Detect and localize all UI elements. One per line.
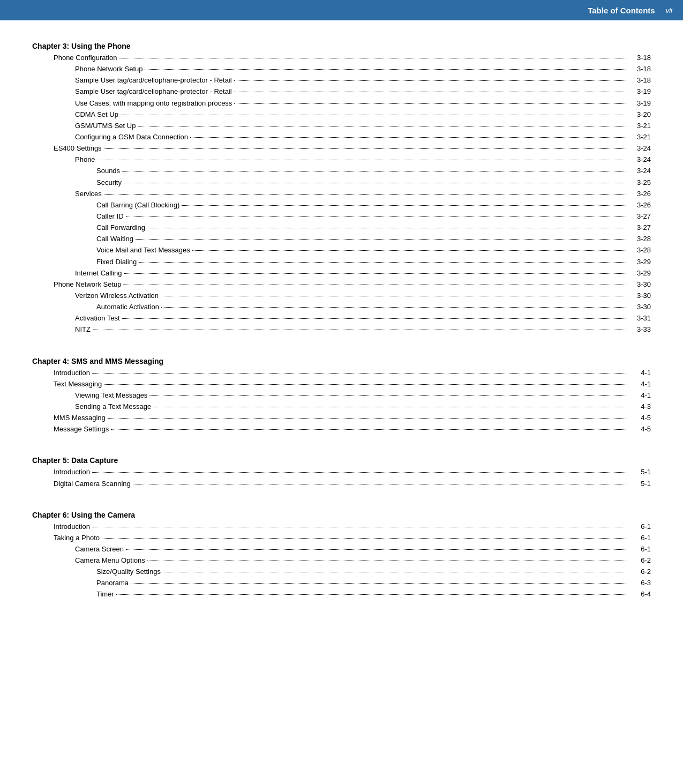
- chapter-section-3: Chapter 3: Using the PhonePhone Configur…: [32, 42, 651, 335]
- page-ref: 3-19: [629, 98, 651, 109]
- toc-entry: Sample User tag/card/cellophane-protecto…: [32, 75, 651, 86]
- page-ref: 3-33: [629, 324, 651, 335]
- page-ref: 5-1: [629, 467, 651, 477]
- page-ref: 3-30: [629, 290, 651, 301]
- entry-text: Viewing Text Messages: [75, 390, 147, 401]
- toc-entry: MMS Messaging4-5: [32, 413, 651, 423]
- toc-entry: ES400 Settings3-24: [32, 143, 651, 154]
- toc-entry: Services3-26: [32, 189, 651, 199]
- entry-dots: [131, 583, 627, 584]
- entry-text: Voice Mail and Text Messages: [96, 245, 190, 256]
- page-ref: 4-5: [629, 413, 651, 423]
- toc-entry: Taking a Photo6-1: [32, 533, 651, 543]
- page-number: vii: [666, 6, 672, 14]
- toc-content: Chapter 3: Using the PhonePhone Configur…: [0, 20, 683, 643]
- entry-dots: [111, 429, 627, 430]
- entry-dots: [190, 137, 627, 138]
- page-ref: 3-18: [629, 64, 651, 74]
- entry-dots: [108, 418, 627, 419]
- chapter-section-6: Chapter 6: Using the CameraIntroduction6…: [32, 511, 651, 600]
- page-ref: 3-21: [629, 132, 651, 143]
- toc-entry: Panorama6-3: [32, 578, 651, 588]
- toc-entry: Introduction6-1: [32, 521, 651, 532]
- entry-text: Internet Calling: [75, 268, 122, 279]
- page-ref: 3-28: [629, 234, 651, 244]
- toc-entry: Voice Mail and Text Messages3-28: [32, 245, 651, 256]
- toc-entry: Phone Configuration3-18: [32, 53, 651, 63]
- entry-dots: [161, 307, 627, 308]
- page-ref: 3-24: [629, 143, 651, 154]
- toc-entry: Use Cases, with mapping onto registratio…: [32, 98, 651, 109]
- entry-dots: [234, 80, 627, 81]
- toc-entry: Introduction4-1: [32, 368, 651, 378]
- toc-entry: Activation Test3-31: [32, 313, 651, 324]
- entry-dots: [147, 561, 627, 561]
- entry-text: Use Cases, with mapping onto registratio…: [75, 98, 232, 109]
- page-ref: 4-1: [629, 368, 651, 378]
- page-ref: 3-29: [629, 268, 651, 279]
- entry-dots: [104, 148, 627, 149]
- page-ref: 4-5: [629, 424, 651, 435]
- entry-text: Digital Camera Scanning: [54, 479, 131, 489]
- page-ref: 3-26: [629, 189, 651, 199]
- toc-title: Table of Contents: [588, 6, 655, 15]
- entry-text: Sounds: [96, 166, 120, 176]
- entry-text: Camera Screen: [75, 544, 124, 555]
- entry-text: Call Waiting: [96, 234, 133, 244]
- entry-dots: [136, 239, 627, 240]
- toc-entry: Text Messaging4-1: [32, 379, 651, 390]
- entry-text: Message Settings: [54, 424, 109, 435]
- entry-text: Phone Network Setup: [75, 64, 142, 74]
- page-ref: 6-4: [629, 589, 651, 600]
- page-ref: 3-20: [629, 109, 651, 120]
- entry-dots: [116, 594, 627, 595]
- page-ref: 6-1: [629, 544, 651, 555]
- entry-dots: [163, 572, 627, 572]
- page-ref: 3-24: [629, 166, 651, 176]
- page-ref: 3-30: [629, 302, 651, 312]
- page-ref: 4-1: [629, 379, 651, 390]
- entry-dots: [161, 296, 627, 296]
- entry-text: ES400 Settings: [54, 143, 102, 154]
- toc-entry: Digital Camera Scanning5-1: [32, 479, 651, 489]
- page-ref: 4-1: [629, 390, 651, 401]
- chapter-title-6: Chapter 6: Using the Camera: [32, 511, 651, 519]
- entry-text: Size/Quality Settings: [96, 566, 161, 577]
- page-ref: 4-3: [629, 401, 651, 412]
- chapter-section-4: Chapter 4: SMS and MMS MessagingIntroduc…: [32, 357, 651, 435]
- page-ref: 3-18: [629, 53, 651, 63]
- entry-text: Fixed Dialing: [96, 257, 137, 267]
- entry-text: Taking a Photo: [54, 533, 100, 543]
- entry-text: Introduction: [54, 521, 90, 532]
- entry-text: NITZ: [75, 324, 91, 335]
- toc-entry: Sounds3-24: [32, 166, 651, 176]
- chapter-title-5: Chapter 5: Data Capture: [32, 456, 651, 465]
- entry-dots: [133, 484, 627, 484]
- entry-dots: [119, 58, 627, 58]
- entry-dots: [124, 183, 627, 183]
- entry-text: GSM/UTMS Set Up: [75, 121, 136, 131]
- toc-entry: Call Waiting3-28: [32, 234, 651, 244]
- entry-dots: [182, 205, 627, 206]
- entry-dots: [92, 527, 627, 527]
- page-ref: 6-2: [629, 566, 651, 577]
- entry-dots: [102, 538, 627, 539]
- toc-entry: Viewing Text Messages4-1: [32, 390, 651, 401]
- entry-dots: [122, 171, 627, 171]
- entry-text: Sending a Text Message: [75, 401, 151, 412]
- entry-dots: [123, 285, 627, 285]
- page-ref: 6-3: [629, 578, 651, 588]
- entry-text: Introduction: [54, 368, 90, 378]
- entry-text: Text Messaging: [54, 379, 102, 390]
- entry-text: Introduction: [54, 467, 90, 477]
- entry-dots: [153, 407, 627, 407]
- entry-dots: [139, 262, 627, 263]
- entry-text: Automatic Activation: [96, 302, 159, 312]
- entry-text: MMS Messaging: [54, 413, 106, 423]
- toc-entry: Introduction5-1: [32, 467, 651, 477]
- toc-entry: Call Barring (Call Blocking)3-26: [32, 200, 651, 211]
- toc-entry: Internet Calling3-29: [32, 268, 651, 279]
- toc-entry: CDMA Set Up3-20: [32, 109, 651, 120]
- toc-entry: Phone Network Setup3-18: [32, 64, 651, 74]
- entry-text: Activation Test: [75, 313, 120, 324]
